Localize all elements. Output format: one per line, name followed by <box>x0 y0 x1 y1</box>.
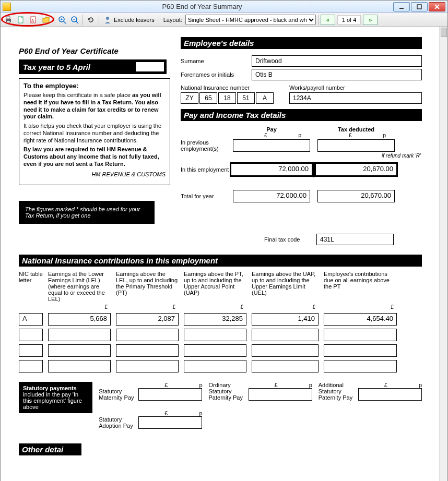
toolbar: A Exclude leavers Layout: Single Sheet -… <box>1 13 447 27</box>
person-icon <box>103 16 112 24</box>
total-pay: 72,000.00 <box>233 190 310 202</box>
payroll-label: Works/payroll number <box>289 85 422 91</box>
aspp-label: Additional Statutory Paternity Pay <box>319 382 355 401</box>
print-icon[interactable] <box>3 14 14 26</box>
prev-pay <box>233 139 310 152</box>
titlebar: P60 End of Year Summary <box>1 1 447 13</box>
refresh-icon[interactable] <box>85 14 97 26</box>
svg-line-11 <box>64 21 66 23</box>
ni-number: ZY 65 18 51 A <box>181 92 274 104</box>
close-button[interactable] <box>429 2 445 11</box>
next-page-button[interactable]: » <box>363 15 378 25</box>
nic-row-1: A 5,668 2,087 32,285 1,410 4,654.40 <box>19 313 422 326</box>
vertical-scrollbar[interactable] <box>439 27 447 481</box>
smp-label: Statutory Maternity Pay <box>99 388 135 401</box>
taxded-col-label: Tax deducted <box>317 126 395 133</box>
star-note: The figures marked * should be used for … <box>19 201 155 224</box>
to-employee-heading: To the employee: <box>23 82 166 90</box>
zoom-in-icon[interactable] <box>56 14 68 26</box>
to-employee-box: To the employee: Please keep this certif… <box>19 78 170 185</box>
payroll-value: 1234A <box>289 92 422 104</box>
svg-point-17 <box>106 17 109 20</box>
sap-box <box>138 416 202 429</box>
prev-empl-label: In previous employment(s) <box>181 139 233 152</box>
hmrc-signature: HM REVENUE & CUSTOMS <box>23 171 166 177</box>
ospp-label: Ordinary Statutory Paternity Pay <box>209 382 245 401</box>
ospp-box <box>249 388 312 401</box>
forenames-value: Otis B <box>252 69 422 80</box>
page-indicator: 1 of 4 <box>337 15 361 25</box>
folder-icon[interactable] <box>40 14 52 26</box>
forenames-label: Forenames or initials <box>181 71 247 78</box>
nic-col-5: Employee's contributions due on all earn… <box>324 271 397 302</box>
prev-tax <box>317 139 395 152</box>
pay-tax-heading: Pay and Income Tax details <box>181 109 422 121</box>
nic-row-2 <box>19 329 422 341</box>
svg-text:A: A <box>31 19 34 22</box>
ni-label: National Insurance number <box>181 85 274 91</box>
nic-col-2: Earnings above the LEL, up to and includ… <box>116 271 179 302</box>
nic-col-0: NIC table letter <box>19 271 43 302</box>
tax-year-label: Tax year to 5 April <box>23 63 90 71</box>
tax-year-banner: Tax year to 5 April <box>19 59 167 74</box>
nic-letter: A <box>19 313 43 326</box>
nic-heading: National Insurance contributions in this… <box>19 255 422 267</box>
this-pay: 72,000.00 <box>231 164 312 175</box>
exclude-leavers-label: Exclude leavers <box>114 17 155 23</box>
surname-value: Driftwood <box>252 55 422 67</box>
nic-col-3: Earnings above the PT, up to and includi… <box>184 271 246 302</box>
total-year-label: Total for year <box>181 193 233 199</box>
minimize-button[interactable] <box>393 2 410 11</box>
nic-row-3 <box>19 344 422 357</box>
total-tax: 20,670.00 <box>317 190 395 202</box>
final-code-value: 431L <box>316 234 394 245</box>
surname-label: Surname <box>181 58 247 64</box>
exclude-leavers-button[interactable]: Exclude leavers <box>101 16 157 24</box>
p60-page: P60 End of Year Certificate Tax year to … <box>14 32 427 481</box>
app-icon <box>3 3 11 11</box>
smp-box <box>138 388 202 401</box>
new-page-icon[interactable] <box>15 14 27 26</box>
doc-title: P60 End of Year Certificate <box>19 46 170 55</box>
other-details-partial: Other detai <box>19 443 81 455</box>
maximize-button[interactable] <box>411 2 428 11</box>
document-viewport: P60 End of Year Certificate Tax year to … <box>1 27 447 481</box>
first-page-button[interactable]: « <box>321 15 335 25</box>
svg-rect-1 <box>417 5 421 9</box>
svg-rect-5 <box>7 17 10 19</box>
layout-select[interactable]: Single Sheet - HMRC approved - black and… <box>185 15 316 25</box>
pay-col-label: Pay <box>233 126 310 133</box>
sap-label: Statutory Adoption Pay <box>99 416 135 429</box>
layout-label: Layout: <box>163 17 182 23</box>
window-title: P60 End of Year Summary <box>11 3 393 10</box>
svg-rect-6 <box>7 21 10 23</box>
final-code-label: Final tax code <box>264 236 316 243</box>
tax-year-value-box <box>135 62 164 72</box>
nic-col-4: Earnings above the UAP, up to and includ… <box>252 271 319 302</box>
this-empl-label: In this employment <box>181 166 230 173</box>
aspp-box <box>358 388 422 401</box>
nic-col-1: Earnings at the Lower Earnings Limit (LE… <box>48 271 111 302</box>
refund-note: if refund mark 'R' <box>181 153 421 159</box>
pdf-icon[interactable]: A <box>28 14 39 26</box>
svg-line-15 <box>76 21 78 23</box>
zoom-out-icon[interactable] <box>69 14 80 26</box>
this-tax: 20,670.00 <box>316 164 396 175</box>
employee-details-heading: Employee's details <box>181 37 422 49</box>
nic-row-4 <box>19 360 422 372</box>
statutory-payments-block: Statutory payments included in the pay '… <box>19 382 92 413</box>
